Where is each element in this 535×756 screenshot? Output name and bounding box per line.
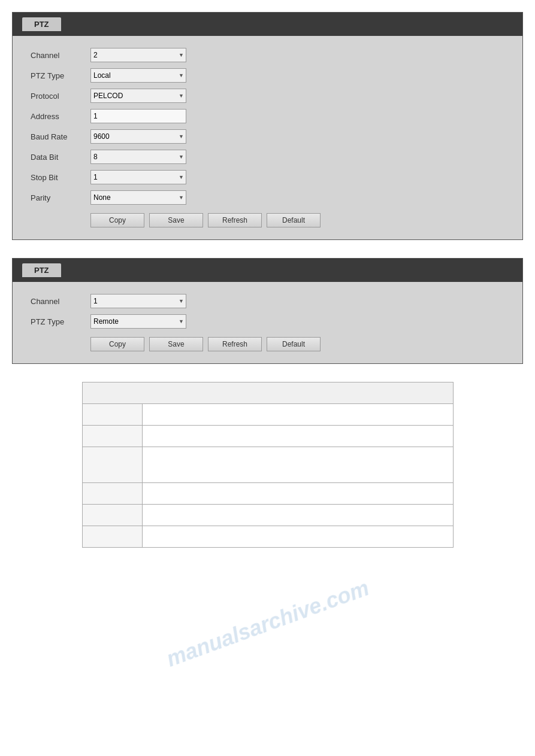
protocol-row: Protocol PELCOD PELCOP [31, 89, 504, 103]
ptz-header-2: PTZ [13, 259, 522, 282]
table-row [82, 447, 453, 483]
protocol-label: Protocol [31, 92, 90, 101]
table-row [82, 505, 453, 526]
table-header-cell [82, 382, 453, 404]
channel-label-2: Channel [31, 297, 90, 306]
channel-row-1: Channel 2 1 3 4 [31, 48, 504, 62]
table-cell-left [82, 483, 142, 505]
table-row [82, 483, 453, 505]
table-row [82, 404, 453, 426]
button-row-2: Copy Save Refresh Default [31, 337, 504, 351]
ptz-panel-1: PTZ Channel 2 1 3 4 PTZ Type Local Remot… [12, 12, 523, 240]
table-cell-right [142, 426, 453, 447]
parity-select-wrapper[interactable]: None Odd Even [90, 190, 186, 205]
stopbit-select[interactable]: 1 2 [90, 170, 186, 184]
baudrate-row: Baud Rate 9600 4800 19200 38400 [31, 129, 504, 144]
ptz-body-2: Channel 1 2 3 4 PTZ Type Remote Local Co… [13, 282, 522, 363]
stopbit-select-wrapper[interactable]: 1 2 [90, 170, 186, 184]
default-button-2[interactable]: Default [267, 337, 321, 351]
channel-select-1[interactable]: 2 1 3 4 [90, 48, 186, 62]
table-cell-right [142, 526, 453, 548]
ptztype-label-1: PTZ Type [31, 71, 90, 80]
databit-label: Data Bit [31, 153, 90, 162]
copy-button-2[interactable]: Copy [90, 337, 144, 351]
channel-select-wrapper-2[interactable]: 1 2 3 4 [90, 294, 186, 308]
ptz-body-1: Channel 2 1 3 4 PTZ Type Local Remote Pr… [13, 36, 522, 239]
channel-row-2: Channel 1 2 3 4 [31, 294, 504, 308]
table-cell-left [82, 526, 142, 548]
parity-select[interactable]: None Odd Even [90, 190, 186, 205]
address-label: Address [31, 112, 90, 121]
ptz-header-1: PTZ [13, 13, 522, 36]
ptztype-row-1: PTZ Type Local Remote [31, 68, 504, 83]
default-button-1[interactable]: Default [267, 213, 321, 227]
table-cell-right [142, 447, 453, 483]
ptztype-select-1[interactable]: Local Remote [90, 68, 186, 83]
save-button-2[interactable]: Save [149, 337, 203, 351]
table-cell-left [82, 447, 142, 483]
address-input[interactable] [90, 109, 186, 123]
parity-label: Parity [31, 193, 90, 202]
table-row [82, 382, 453, 404]
baudrate-select-wrapper[interactable]: 9600 4800 19200 38400 [90, 129, 186, 144]
table-row [82, 426, 453, 447]
ptz-panel-2: PTZ Channel 1 2 3 4 PTZ Type Remote Loca… [12, 258, 523, 364]
databit-row: Data Bit 8 7 [31, 150, 504, 164]
stopbit-label: Stop Bit [31, 173, 90, 182]
save-button-1[interactable]: Save [149, 213, 203, 227]
button-row-1: Copy Save Refresh Default [31, 213, 504, 227]
copy-button-1[interactable]: Copy [90, 213, 144, 227]
refresh-button-1[interactable]: Refresh [208, 213, 262, 227]
table-cell-right [142, 404, 453, 426]
ptztype-select-2[interactable]: Remote Local [90, 314, 186, 329]
table-cell-left [82, 404, 142, 426]
protocol-select[interactable]: PELCOD PELCOP [90, 89, 186, 103]
parity-row: Parity None Odd Even [31, 190, 504, 205]
refresh-button-2[interactable]: Refresh [208, 337, 262, 351]
table-cell-right [142, 505, 453, 526]
databit-select-wrapper[interactable]: 8 7 [90, 150, 186, 164]
ptztype-select-wrapper-1[interactable]: Local Remote [90, 68, 186, 83]
table-cell-left [82, 426, 142, 447]
ptztype-select-wrapper-2[interactable]: Remote Local [90, 314, 186, 329]
protocol-select-wrapper[interactable]: PELCOD PELCOP [90, 89, 186, 103]
channel-select-wrapper-1[interactable]: 2 1 3 4 [90, 48, 186, 62]
channel-label-1: Channel [31, 51, 90, 60]
databit-select[interactable]: 8 7 [90, 150, 186, 164]
bottom-table [82, 382, 454, 548]
ptztype-row-2: PTZ Type Remote Local [31, 314, 504, 329]
address-row: Address [31, 109, 504, 123]
table-row [82, 526, 453, 548]
ptztype-label-2: PTZ Type [31, 317, 90, 326]
ptz-title-1: PTZ [22, 17, 61, 31]
stopbit-row: Stop Bit 1 2 [31, 170, 504, 184]
baudrate-select[interactable]: 9600 4800 19200 38400 [90, 129, 186, 144]
baudrate-label: Baud Rate [31, 132, 90, 141]
channel-select-2[interactable]: 1 2 3 4 [90, 294, 186, 308]
table-cell-right [142, 483, 453, 505]
ptz-title-2: PTZ [22, 263, 61, 277]
table-cell-left [82, 505, 142, 526]
